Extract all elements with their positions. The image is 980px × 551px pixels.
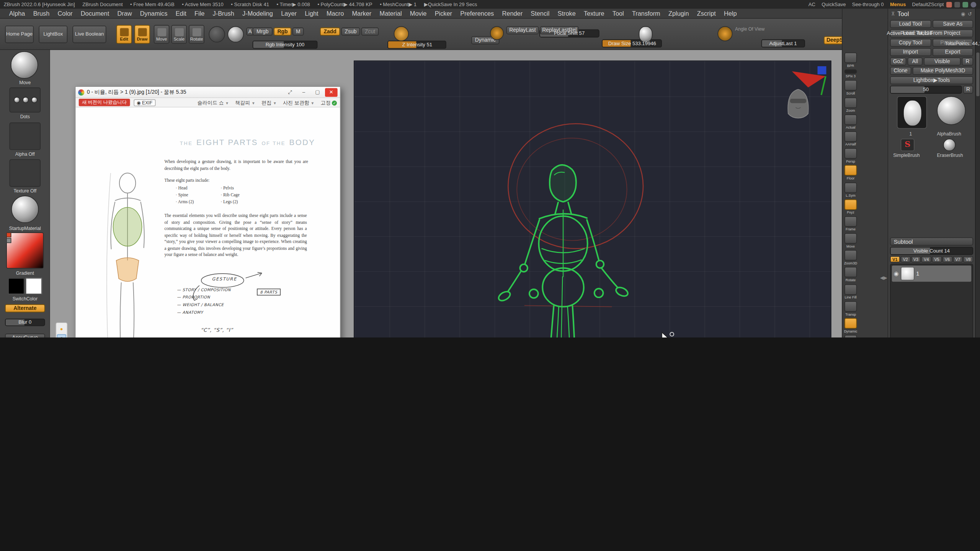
scale-mode-button[interactable]: Scale [171, 25, 187, 44]
sliders-icon[interactable] [954, 2, 960, 7]
right-strip-button[interactable]: Move [844, 233, 858, 248]
alpha-preview-icon[interactable] [227, 26, 243, 42]
tray-collapse-arrow[interactable]: ◀▶ [880, 275, 887, 280]
menu-item[interactable]: Movie [406, 10, 431, 17]
menu-item[interactable]: Layer [277, 10, 301, 17]
rgb-intensity-slider[interactable]: Rgb Intensity 100 [253, 41, 318, 49]
power-icon[interactable] [971, 2, 977, 7]
clone-button[interactable]: Clone [890, 67, 911, 75]
simple-brush-thumbnail[interactable]: S [901, 139, 915, 151]
make-polymesh3d-button[interactable]: Make PolyMesh3D [913, 67, 973, 75]
grid-icon[interactable] [962, 2, 968, 7]
main-color-swatch[interactable] [8, 278, 24, 294]
right-strip-button[interactable]: Dynamic [844, 318, 858, 333]
right-strip-button[interactable]: Transp [844, 301, 858, 316]
viewer-menu-item[interactable]: 편집 ▼ [261, 99, 276, 106]
menu-item[interactable]: Picker [431, 10, 456, 17]
fullscreen-icon[interactable]: ⤢ [284, 88, 296, 96]
menu-item[interactable]: Tool [608, 10, 628, 17]
subtool-list[interactable]: ◉ 1 [890, 264, 973, 337]
menu-item[interactable]: Stencil [527, 10, 554, 17]
subtool-tab[interactable]: V1 [890, 256, 900, 262]
subtool-row[interactable]: ◉ 1 [892, 266, 971, 282]
import-button[interactable]: Import [890, 48, 931, 56]
menu-item[interactable]: Preferences [456, 10, 498, 17]
goz-visible-button[interactable]: Visible [924, 57, 960, 65]
panel-menu-icon[interactable]: ◉ [961, 11, 965, 17]
menu-item[interactable]: Document [77, 10, 113, 17]
menu-item[interactable]: J-Brush [209, 10, 238, 17]
replay-last-button[interactable]: ReplayLast [506, 26, 539, 34]
visible-count-slider[interactable]: Visible Count 14 [890, 247, 973, 255]
titlebar-button[interactable]: See-through 0 [852, 2, 884, 7]
accucurve-button[interactable]: AccuCurve [5, 334, 45, 337]
menu-item[interactable]: Dynamics [136, 10, 172, 17]
right-strip-button[interactable]: Rotate [844, 267, 858, 282]
blur-slider[interactable]: Blur 0 [5, 318, 45, 326]
pin-toggle[interactable]: 고정✓ [321, 99, 337, 106]
live-boolean-button[interactable]: Live Boolean [72, 26, 106, 43]
alternate-button[interactable]: Alternate [5, 304, 45, 312]
menu-item[interactable]: Help [720, 10, 741, 17]
menu-item[interactable]: Texture [580, 10, 608, 17]
right-strip-button[interactable]: Frame [844, 216, 858, 231]
titlebar-button[interactable]: AC [808, 2, 815, 7]
right-strip-button[interactable]: L.Sym [844, 182, 858, 197]
update-notice-button[interactable]: 새 버전이 나왔습니다 [79, 99, 130, 106]
menu-item[interactable]: Brush [29, 10, 54, 17]
tool-r-button[interactable]: R [963, 86, 973, 94]
maximize-icon[interactable]: ▢ [311, 88, 324, 96]
menu-item[interactable]: Light [301, 10, 323, 17]
right-strip-button[interactable]: Pxyz [844, 199, 858, 214]
load-tool-button[interactable]: Load Tool [890, 20, 931, 28]
brush-thumbnail[interactable] [11, 51, 38, 79]
current-tool-thumbnail[interactable] [897, 96, 927, 129]
menu-item[interactable]: Macro [322, 10, 348, 17]
draw-size-icon[interactable] [394, 26, 409, 41]
menu-item[interactable]: Marker [348, 10, 376, 17]
viewer-menu-item[interactable]: 슬라이드 쇼 ▼ [198, 99, 229, 106]
menu-item[interactable]: Draw [113, 10, 136, 17]
viewer-menu-item[interactable]: 사진 보관함 ▼ [283, 99, 314, 106]
subtool-tab[interactable]: V2 [900, 256, 910, 262]
palette-icon[interactable] [946, 2, 952, 7]
subtool-section-header[interactable]: Subtool [890, 237, 973, 245]
menu-item[interactable]: Edit [172, 10, 190, 17]
zadd-button[interactable]: Zadd [320, 28, 340, 36]
right-strip-button[interactable]: Line Fill [844, 284, 858, 299]
subtool-tab[interactable]: V8 [963, 256, 973, 262]
material-thumbnail[interactable] [11, 196, 39, 223]
save-as-button[interactable]: Save As [932, 20, 973, 28]
export-button[interactable]: Export [932, 48, 973, 56]
eraser-brush-thumbnail[interactable] [943, 139, 956, 151]
subtool-tab[interactable]: V6 [942, 256, 952, 262]
titlebar-button[interactable]: Menus [890, 2, 906, 7]
close-icon[interactable]: ✕ [325, 88, 338, 96]
lightbox-tools-button[interactable]: Lightbox▶Tools [890, 76, 973, 84]
right-strip-button[interactable]: Floor [844, 165, 858, 180]
draw-mode-button[interactable]: Draw [134, 25, 150, 44]
draw-size-slider[interactable]: Draw Size 533.19946 [602, 39, 662, 47]
zsub-button[interactable]: Zsub [341, 28, 360, 36]
subtool-tab[interactable]: V5 [932, 256, 942, 262]
subtool-tab[interactable]: V3 [911, 256, 921, 262]
viewer-titlebar[interactable]: 0 - 비율, 리듬 > 1 (9).jpg [1/20] - 꿀뷰 5.35 … [76, 87, 340, 98]
viewer-menu-item[interactable]: 책갈피 ▼ [235, 99, 255, 106]
right-strip-button[interactable]: Scroll [844, 80, 858, 95]
subtool-tab[interactable]: V7 [953, 256, 963, 262]
right-strip-button[interactable]: Zoom3D [844, 250, 858, 265]
alpha-slot[interactable] [9, 122, 41, 150]
visibility-eye-icon[interactable]: ◉ [894, 271, 899, 277]
menu-item[interactable]: Color [54, 10, 77, 17]
titlebar-button[interactable]: DefaultZScript [912, 2, 944, 7]
tool-slider-50[interactable]: 50 [890, 86, 962, 94]
bulb-icon[interactable]: ● [57, 324, 66, 333]
m-button[interactable]: M [292, 28, 304, 36]
eye-icon[interactable]: ◉ [57, 334, 66, 337]
menu-item[interactable]: Alpha [5, 10, 29, 17]
right-strip-button[interactable]: Persp [844, 148, 858, 163]
menu-item[interactable]: Render [498, 10, 527, 17]
panel-close-icon[interactable]: ↺ [968, 11, 972, 17]
edit-mode-button[interactable]: Edit [116, 25, 132, 44]
z-intensity-slider[interactable]: Z Intensity 51 [388, 41, 446, 49]
